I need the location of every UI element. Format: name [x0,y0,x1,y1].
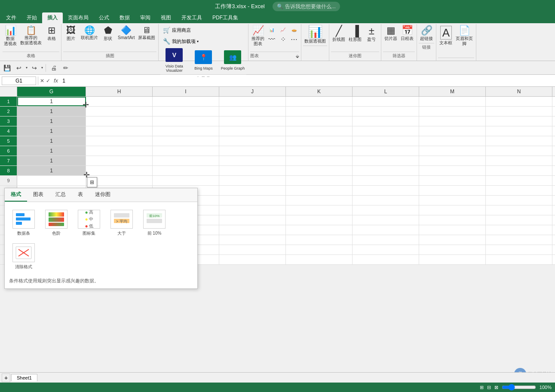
cell-J12[interactable] [219,205,286,215]
cell-H3[interactable] [86,116,153,126]
cell-M4[interactable] [419,126,486,136]
tab-devtools[interactable]: 开发工具 [176,12,207,23]
cell-K11[interactable] [286,196,353,205]
cell-M12[interactable] [419,205,486,215]
cell-I8[interactable] [153,166,219,175]
cell-M15[interactable] [419,235,486,245]
cell-H6[interactable] [86,146,153,156]
cell-N15[interactable] [486,235,552,245]
confirm-icon[interactable]: ✓ [46,78,50,84]
redo-dropdown-icon[interactable]: ▾ [41,66,43,70]
cell-I2[interactable] [153,107,219,116]
rec-pivot-btn[interactable]: 📋 推荐的数据透视表 [19,25,43,46]
cell-L14[interactable] [353,225,419,235]
cell-I5[interactable] [153,136,219,146]
cell-L3[interactable] [353,116,419,126]
cell-N8[interactable] [486,166,552,175]
cell-M9[interactable] [419,176,486,185]
tab-file[interactable]: 文件 [1,12,21,23]
autofill-popup[interactable]: ⊞ [87,177,97,187]
qa-tab-table[interactable]: 表 [72,188,89,202]
cell-N10[interactable] [486,186,552,195]
pie-chart-btn[interactable]: 🥧 [289,27,299,34]
cell-K8[interactable] [286,166,353,175]
cell-J11[interactable] [219,196,286,205]
timeline-btn[interactable]: 📅 日程表 [399,25,415,42]
col-header-N[interactable]: N [486,87,552,96]
cell-K3[interactable] [286,116,353,126]
cell-K2[interactable] [286,107,353,116]
cell-K12[interactable] [286,205,353,215]
cell-L5[interactable] [353,136,419,146]
row-header-2[interactable]: 2 [0,107,17,116]
cell-J3[interactable] [219,116,286,126]
cell-N2[interactable] [486,107,552,116]
cell-N17[interactable] [486,255,552,264]
save-btn[interactable]: 💾 [2,63,12,73]
picture-btn[interactable]: 🖼 图片 [63,25,79,42]
col-header-I[interactable]: I [153,87,219,96]
cell-I1[interactable] [153,97,219,106]
cell-L6[interactable] [353,146,419,156]
cell-G7[interactable]: 1 [17,156,86,165]
cell-K1[interactable] [286,97,353,106]
tab-formula[interactable]: 公式 [94,12,114,23]
row-header-5[interactable]: 5 [0,136,17,146]
cell-H1[interactable] [86,97,153,106]
cell-L4[interactable] [353,126,419,136]
cell-M2[interactable] [419,107,486,116]
cell-J16[interactable] [219,245,286,254]
cell-K13[interactable] [286,215,353,225]
cell-J2[interactable] [219,107,286,116]
cell-M11[interactable] [419,196,486,205]
cell-L12[interactable] [353,205,419,215]
cell-N14[interactable] [486,225,552,235]
col-header-H[interactable]: H [86,87,153,96]
cell-G5[interactable]: 1 [17,136,86,146]
cell-N13[interactable] [486,215,552,225]
cell-J4[interactable] [219,126,286,136]
customize-btn[interactable]: ✏ [61,63,71,73]
row-header-9[interactable]: 9 [0,176,17,185]
cell-H4[interactable] [86,126,153,136]
col-header-L[interactable]: L [353,87,419,96]
cell-K4[interactable] [286,126,353,136]
cell-J10[interactable] [219,186,286,195]
cell-H2[interactable] [86,107,153,116]
cell-G6[interactable]: 1 [17,146,86,156]
bar-chart-btn[interactable]: 📊 [267,27,277,34]
screenshot-btn[interactable]: 🖥 屏幕截图 [137,25,156,41]
cell-I6[interactable] [153,146,219,156]
tab-review[interactable]: 审阅 [135,12,156,23]
cell-M1[interactable] [419,97,486,106]
myaddin-btn[interactable]: 🔧 我的加载项 ▾ [160,36,200,46]
qa-tab-summary[interactable]: 汇总 [49,188,72,202]
row-header-1[interactable]: 1 [0,97,17,106]
tab-layout[interactable]: 页面布局 [63,12,94,23]
cell-J14[interactable] [219,225,286,235]
cell-L10[interactable] [353,186,419,195]
cell-L9[interactable] [353,176,419,185]
rec-chart-btn[interactable]: 📈 推荐的图表 [250,25,266,47]
col-header-J[interactable]: J [219,87,286,96]
cell-M10[interactable] [419,186,486,195]
cell-H8[interactable]: ⊞ [86,166,153,175]
qa-option-iconset[interactable]: ●高 ●中 ●低 图标集 [74,208,104,238]
cell-N9[interactable] [486,176,552,185]
cell-J15[interactable] [219,235,286,245]
cell-N16[interactable] [486,245,552,254]
cell-G2[interactable]: 1 [17,107,86,116]
undo-btn[interactable]: ↩ [14,63,24,73]
cell-N7[interactable] [486,156,552,165]
row-header-8[interactable]: 8 [0,166,17,175]
cell-K14[interactable] [286,225,353,235]
bingmaps-btn[interactable]: 📍 Bing Maps [190,49,217,71]
cell-N4[interactable] [486,126,552,136]
cell-I9[interactable] [153,176,219,185]
charts-expand-icon[interactable]: ⬙ [296,54,299,58]
cell-K16[interactable] [286,245,353,254]
qa-tab-sparkline[interactable]: 迷你图 [89,188,117,202]
cell-J6[interactable] [219,146,286,156]
cell-J5[interactable] [219,136,286,146]
tab-home[interactable]: 开始 [21,12,42,23]
